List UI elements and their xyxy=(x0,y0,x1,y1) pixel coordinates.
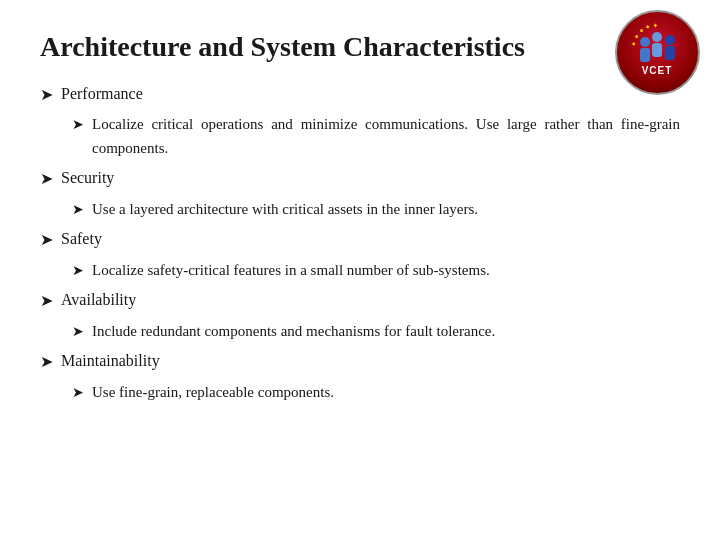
list-item-maintainability: ➤ Maintainability xyxy=(40,349,680,375)
svg-rect-6 xyxy=(652,43,662,57)
arrow-icon-maintainability: ➤ xyxy=(40,350,53,375)
list-item: ➤ Include redundant components and mecha… xyxy=(72,320,680,343)
svg-point-1 xyxy=(640,37,650,47)
arrow-icon: ➤ xyxy=(72,114,84,136)
svg-rect-2 xyxy=(640,48,650,62)
list-item-security: ➤ Security xyxy=(40,166,680,192)
arrow-icon: ➤ xyxy=(72,199,84,221)
list-item: ➤ Use a layered architecture with critic… xyxy=(72,198,680,221)
list-item: ➤ Localize critical operations and minim… xyxy=(72,113,680,160)
arrow-icon-performance: ➤ xyxy=(40,83,53,108)
content-area: ➤ Performance ➤ Localize critical operat… xyxy=(40,82,680,404)
svg-point-3 xyxy=(665,35,675,45)
list-item-availability: ➤ Availability xyxy=(40,288,680,314)
arrow-icon: ➤ xyxy=(72,260,84,282)
svg-rect-4 xyxy=(665,46,675,60)
list-item: ➤ Localize safety-critical features in a… xyxy=(72,259,680,282)
slide: ✦ ✦ ✦ ✦ ✦ VCET Architecture and System xyxy=(0,0,720,540)
svg-text:VCET: VCET xyxy=(642,65,673,76)
slide-title: Architecture and System Characteristics xyxy=(40,30,680,64)
list-item: ➤ Use fine-grain, replaceable components… xyxy=(72,381,680,404)
vcet-logo: ✦ ✦ ✦ ✦ ✦ VCET xyxy=(615,10,700,95)
sub-items-performance: ➤ Localize critical operations and minim… xyxy=(72,113,680,160)
arrow-icon-security: ➤ xyxy=(40,167,53,192)
arrow-icon: ➤ xyxy=(72,321,84,343)
arrow-icon-availability: ➤ xyxy=(40,289,53,314)
sub-items-security: ➤ Use a layered architecture with critic… xyxy=(72,198,680,221)
arrow-icon: ➤ xyxy=(72,382,84,404)
arrow-icon-safety: ➤ xyxy=(40,228,53,253)
list-item-safety: ➤ Safety xyxy=(40,227,680,253)
list-item-performance: ➤ Performance xyxy=(40,82,680,108)
sub-items-safety: ➤ Localize safety-critical features in a… xyxy=(72,259,680,282)
sub-items-maintainability: ➤ Use fine-grain, replaceable components… xyxy=(72,381,680,404)
sub-items-availability: ➤ Include redundant components and mecha… xyxy=(72,320,680,343)
svg-point-5 xyxy=(652,32,662,42)
